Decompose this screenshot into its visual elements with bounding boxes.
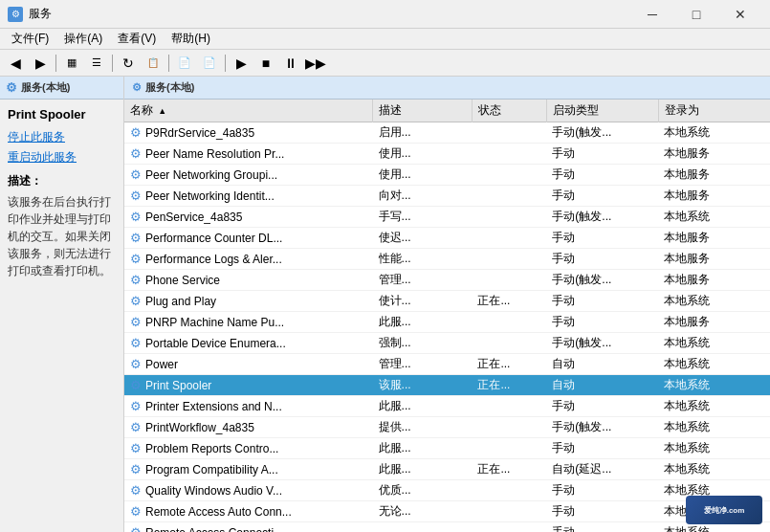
table-row[interactable]: ⚙Power管理...正在...自动本地系统 — [124, 354, 770, 375]
desc-label: 描述： — [8, 173, 116, 189]
table-row[interactable]: ⚙PrintWorkflow_4a835提供...手动(触发...本地系统 — [124, 417, 770, 438]
service-gear-icon: ⚙ — [130, 315, 142, 329]
desc-text: 该服务在后台执行打印作业并处理与打印机的交互。如果关闭该服务，则无法进行打印或查… — [8, 193, 116, 279]
service-gear-icon: ⚙ — [130, 399, 142, 413]
service-gear-icon: ⚙ — [130, 231, 142, 245]
table-row[interactable]: ⚙Quality Windows Audio V...优质...手动本地系统 — [124, 480, 770, 501]
menu-action[interactable]: 操作(A) — [56, 29, 110, 49]
table-row[interactable]: ⚙Performance Logs & Aler...性能...手动本地服务 — [124, 249, 770, 270]
forward-button[interactable]: ▶ — [29, 53, 52, 74]
minimize-button[interactable]: ─ — [630, 0, 674, 29]
titlebar-controls: ─ □ ✕ — [630, 0, 762, 29]
service-status-cell — [472, 228, 546, 249]
service-startup-cell: 自动 — [546, 375, 658, 396]
col-header-startup[interactable]: 启动类型 — [546, 100, 658, 122]
service-desc-cell: 该服... — [373, 375, 473, 396]
service-startup-cell: 手动 — [546, 480, 658, 501]
service-startup-cell: 手动(触发... — [546, 207, 658, 228]
table-row[interactable]: ⚙Portable Device Enumera...强制...手动(触发...… — [124, 333, 770, 354]
service-name-cell: ⚙P9RdrService_4a835 — [124, 122, 373, 144]
table-row[interactable]: ⚙Plug and Play使计...正在...手动本地系统 — [124, 291, 770, 312]
menu-view[interactable]: 查看(V) — [110, 29, 164, 49]
service-gear-icon: ⚙ — [130, 273, 142, 287]
pause-button[interactable]: ⏸ — [279, 53, 302, 74]
menu-file[interactable]: 文件(F) — [4, 29, 56, 49]
service-gear-icon: ⚙ — [130, 125, 142, 140]
table-row[interactable]: ⚙Problem Reports Contro...此服...手动本地系统 — [124, 438, 770, 459]
service-name-cell: ⚙Remote Access Connecti... — [124, 522, 373, 533]
restart-button[interactable]: ▶▶ — [304, 53, 327, 74]
service-name-cell: ⚙Portable Device Enumera... — [124, 333, 373, 354]
service-login-cell: 本地服务 — [658, 270, 770, 291]
service-startup-cell: 手动 — [546, 438, 658, 459]
show-hide-button[interactable]: ▦ — [60, 53, 83, 74]
service-name-text: Problem Reports Contro... — [145, 442, 278, 455]
service-status-cell — [472, 144, 546, 165]
service-gear-icon: ⚙ — [130, 336, 142, 350]
service-gear-icon: ⚙ — [130, 252, 142, 266]
service-startup-cell: 手动(触发... — [546, 333, 658, 354]
service-name-text: Print Spooler — [145, 379, 211, 392]
service-desc-cell: 强制... — [373, 333, 473, 354]
service-desc-cell: 手写... — [373, 207, 473, 228]
service-gear-icon: ⚙ — [130, 167, 142, 182]
separator-3 — [168, 55, 169, 72]
service-status-cell — [472, 480, 546, 501]
col-header-name[interactable]: 名称 ▲ — [124, 100, 373, 122]
service-name-cell: ⚙PenService_4a835 — [124, 207, 373, 228]
help2-button[interactable]: 📄 — [198, 53, 221, 74]
nav-header-title: 服务(本地) — [21, 80, 70, 95]
table-row[interactable]: ⚙Peer Networking Identit...向对...手动本地服务 — [124, 186, 770, 207]
play-button[interactable]: ▶ — [230, 53, 253, 74]
export-button[interactable]: 📋 — [142, 53, 165, 74]
stop-button[interactable]: ■ — [254, 53, 277, 74]
restart-service-link[interactable]: 重启动此服务 — [8, 149, 116, 166]
service-startup-cell: 手动 — [546, 165, 658, 186]
table-row[interactable]: ⚙Printer Extensions and N...此服...手动本地系统 — [124, 396, 770, 417]
service-login-cell: 本地系统 — [658, 291, 770, 312]
stop-service-link[interactable]: 停止此服务 — [8, 129, 116, 145]
services-table: 名称 ▲ 描述 状态 启动类型 登录为 ⚙P9RdrService_4a835启… — [124, 100, 770, 532]
table-row[interactable]: ⚙PNRP Machine Name Pu...此服...手动本地服务 — [124, 312, 770, 333]
service-startup-cell: 手动 — [546, 186, 658, 207]
service-name-cell: ⚙Performance Counter DL... — [124, 228, 373, 249]
table-row[interactable]: ⚙Peer Networking Groupi...使用...手动本地服务 — [124, 165, 770, 186]
service-status-cell — [472, 522, 546, 533]
service-status-cell — [472, 122, 546, 144]
col-header-login[interactable]: 登录为 — [658, 100, 770, 122]
service-desc-cell: 此服... — [373, 438, 473, 459]
service-startup-cell: 手动 — [546, 228, 658, 249]
col-header-desc[interactable]: 描述 — [373, 100, 473, 122]
table-row[interactable]: ⚙Phone Service管理...手动(触发...本地服务 — [124, 270, 770, 291]
menu-help[interactable]: 帮助(H) — [164, 29, 218, 49]
table-row[interactable]: ⚙Performance Counter DL...使迟...手动本地服务 — [124, 228, 770, 249]
maximize-button[interactable]: □ — [674, 0, 718, 29]
table-scroll[interactable]: 名称 ▲ 描述 状态 启动类型 登录为 ⚙P9RdrService_4a835启… — [124, 100, 770, 532]
service-desc-cell: 使用... — [373, 165, 473, 186]
titlebar-title: 服务 — [29, 6, 52, 22]
service-gear-icon: ⚙ — [130, 146, 142, 161]
nav-header: ⚙ 服务(本地) — [0, 77, 123, 100]
content-header-title: 服务(本地) — [145, 80, 194, 95]
table-row[interactable]: ⚙PenService_4a835手写...手动(触发...本地系统 — [124, 207, 770, 228]
content-header: ⚙ 服务(本地) — [124, 77, 770, 100]
refresh-button[interactable]: ↻ — [117, 53, 140, 74]
list-button[interactable]: ☰ — [85, 53, 108, 74]
service-status-cell: 正在... — [472, 291, 546, 312]
table-row[interactable]: ⚙Program Compatibility A...此服...正在...自动(… — [124, 459, 770, 480]
back-button[interactable]: ◀ — [4, 53, 27, 74]
service-name-cell: ⚙Quality Windows Audio V... — [124, 480, 373, 501]
table-row[interactable]: ⚙Remote Access Connecti......手动本地系统 — [124, 522, 770, 533]
service-status-cell — [472, 207, 546, 228]
table-row[interactable]: ⚙P9RdrService_4a835启用...手动(触发...本地系统 — [124, 122, 770, 144]
table-row[interactable]: ⚙Peer Name Resolution Pr...使用...手动本地服务 — [124, 144, 770, 165]
table-row[interactable]: ⚙Print Spooler该服...正在...自动本地系统 — [124, 375, 770, 396]
service-startup-cell: 手动 — [546, 249, 658, 270]
table-row[interactable]: ⚙Remote Access Auto Conn...无论...手动本地系统 — [124, 501, 770, 522]
service-login-cell: 本地系统 — [658, 333, 770, 354]
properties-button[interactable]: 📄 — [173, 53, 196, 74]
col-header-status[interactable]: 状态 — [472, 100, 546, 122]
service-name-text: Quality Windows Audio V... — [145, 484, 282, 498]
close-button[interactable]: ✕ — [718, 0, 762, 29]
separator-2 — [112, 55, 113, 72]
